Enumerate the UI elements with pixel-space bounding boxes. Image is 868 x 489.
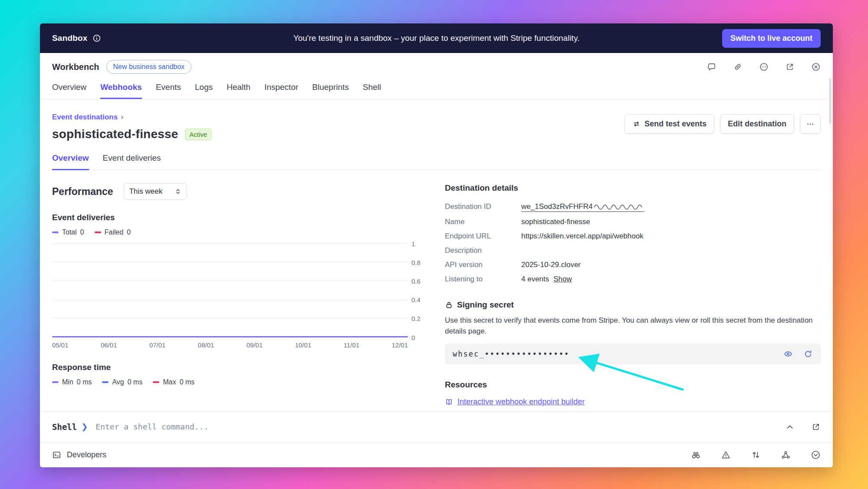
tab-inspector[interactable]: Inspector [264, 83, 298, 99]
workbench-tab-bar: Overview Webhooks Events Logs Health Ins… [52, 83, 821, 99]
tab-logs[interactable]: Logs [195, 83, 213, 99]
webhook-builder-link[interactable]: Interactive webhook endpoint builder [445, 397, 585, 406]
masked-secret-value: whsec_•••••••••••••••• [453, 350, 569, 358]
collapse-dev-panel-icon[interactable] [811, 450, 821, 460]
copy-link-icon[interactable] [733, 62, 743, 72]
x-tick: 05/01 [52, 341, 69, 349]
breadcrumb-event-destinations[interactable]: Event destinations [52, 113, 118, 122]
info-icon[interactable] [92, 34, 101, 43]
lock-icon [445, 301, 453, 309]
select-chevrons-icon [174, 188, 181, 195]
destination-details-heading: Destination details [445, 183, 821, 193]
legend-total: Total 0 [52, 228, 84, 236]
legend-min: Min 0 ms [52, 378, 92, 386]
performance-heading: Performance [52, 186, 113, 198]
y-tick: 0.8 [411, 258, 428, 266]
more-actions-button[interactable] [800, 114, 821, 134]
destination-tab-bar: Overview Event deliveries [52, 153, 821, 170]
failed-series-swatch [95, 231, 101, 233]
detail-row-endpoint-url: Endpoint URL https://skillen.vercel.app/… [445, 232, 821, 241]
tab-webhooks[interactable]: Webhooks [100, 83, 142, 99]
signing-secret-field: whsec_•••••••••••••••• [445, 344, 821, 364]
sandbox-label: Sandbox [52, 33, 88, 43]
tab-blueprints[interactable]: Blueprints [312, 83, 349, 99]
api-version-value: 2025-10-29.clover [521, 261, 581, 269]
chart-x-axis: 05/01 06/01 07/01 08/01 09/01 10/01 11/0… [52, 341, 408, 349]
legend-avg: Avg 0 ms [102, 378, 142, 386]
more-options-icon[interactable] [759, 62, 769, 72]
event-deliveries-chart: 1 0.8 0.6 0.4 0.2 0 [52, 243, 408, 337]
expand-shell-icon[interactable] [811, 422, 821, 432]
api-traffic-arrows-icon[interactable] [751, 450, 761, 460]
response-time-title: Response time [52, 363, 445, 372]
name-value: sophisticated-finesse [521, 218, 590, 226]
legend-failed: Failed 0 [95, 228, 131, 236]
shell-label: Shell [52, 422, 77, 432]
y-tick: 0 [411, 334, 428, 341]
x-tick: 11/01 [344, 341, 359, 349]
book-icon [445, 398, 453, 406]
workbench-header: Workbench New business sandbox [40, 53, 833, 99]
total-series-line [52, 336, 408, 337]
tab-shell[interactable]: Shell [363, 83, 381, 99]
swap-arrows-icon [632, 120, 641, 128]
x-tick: 12/01 [391, 341, 408, 349]
x-tick: 08/01 [198, 341, 214, 349]
date-range-select[interactable]: This week [124, 183, 187, 200]
sandbox-banner: Sandbox You're testing in a sandbox – yo… [40, 23, 833, 53]
terminal-icon [52, 450, 61, 459]
edit-destination-button[interactable]: Edit destination [720, 114, 794, 134]
shell-bar: Shell ❯ Enter a shell command... [40, 411, 833, 442]
open-in-new-window-icon[interactable] [785, 62, 795, 72]
switch-to-live-button[interactable]: Switch to live account [722, 29, 821, 48]
avg-series-swatch [102, 381, 108, 383]
sandbox-pill[interactable]: New business sandbox [106, 60, 192, 74]
tab-health[interactable]: Health [227, 83, 250, 99]
search-docs-binoculars-icon[interactable] [691, 450, 701, 460]
x-tick: 07/01 [149, 341, 166, 349]
event-deliveries-legend: Total 0 Failed 0 [52, 228, 445, 236]
x-tick: 06/01 [101, 341, 117, 349]
feedback-chat-icon[interactable] [707, 62, 717, 72]
event-deliveries-title: Event deliveries [52, 213, 445, 222]
y-tick: 0.4 [411, 296, 428, 304]
redaction-scribble [593, 203, 644, 210]
tab-events[interactable]: Events [156, 83, 181, 99]
show-events-link[interactable]: Show [553, 275, 572, 284]
signing-secret-description: Use this secret to verify that events co… [445, 315, 818, 337]
send-test-events-button[interactable]: Send test events [625, 114, 714, 134]
resources-heading: Resources [445, 380, 821, 390]
close-workbench-icon[interactable] [811, 62, 821, 72]
detail-row-name: Name sophisticated-finesse [445, 218, 821, 226]
subtab-overview[interactable]: Overview [52, 153, 89, 170]
webhook-destination-page: Event destinations › sophisticated-fines… [40, 99, 833, 411]
detail-row-listening-to: Listening to 4 events Show [445, 275, 821, 284]
max-series-swatch [153, 381, 159, 383]
x-tick: 10/01 [295, 341, 312, 349]
destination-id-value[interactable]: we_1Sod3zRvFHFR4 [521, 202, 592, 211]
chevron-right-icon: ❯ [81, 422, 88, 432]
breadcrumb: Event destinations › [52, 112, 212, 122]
reveal-secret-eye-icon[interactable] [783, 349, 793, 359]
collapse-shell-icon[interactable] [785, 422, 795, 432]
legend-max: Max 0 ms [153, 378, 194, 386]
chevron-right-icon: › [121, 112, 123, 122]
alerts-warning-icon[interactable] [721, 450, 731, 460]
y-tick: 0.6 [411, 277, 428, 284]
total-series-swatch [52, 231, 59, 233]
listening-to-value: 4 events [521, 275, 549, 284]
roll-secret-icon[interactable] [803, 349, 813, 359]
network-graph-icon[interactable] [781, 450, 791, 460]
y-tick: 1 [411, 240, 428, 247]
developers-menu[interactable]: Developers [52, 450, 106, 459]
ellipsis-icon [806, 120, 815, 129]
response-time-legend: Min 0 ms Avg 0 ms Max 0 ms [52, 378, 445, 386]
x-tick: 09/01 [247, 341, 263, 349]
developers-bar: Developers [40, 442, 833, 467]
shell-command-input[interactable]: Enter a shell command... [95, 422, 785, 431]
status-badge: Active [185, 129, 212, 140]
detail-row-destination-id: Destination ID we_1Sod3zRvFHFR4 [445, 202, 821, 212]
tab-overview[interactable]: Overview [52, 83, 86, 99]
sandbox-message: You're testing in a sandbox – your place… [293, 33, 580, 43]
subtab-event-deliveries[interactable]: Event deliveries [103, 153, 161, 170]
